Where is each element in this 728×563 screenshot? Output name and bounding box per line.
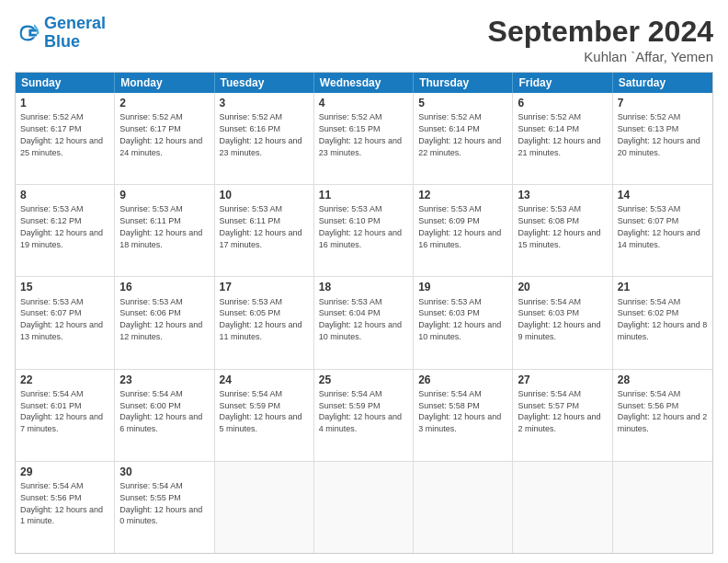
day-cell-9: 9Sunrise: 5:53 AMSunset: 6:11 PMDaylight… xyxy=(115,185,214,276)
day-number: 21 xyxy=(618,280,708,294)
day-info: Sunrise: 5:53 AMSunset: 6:12 PMDaylight:… xyxy=(20,204,103,248)
logo-icon xyxy=(15,20,40,46)
header-wednesday: Wednesday xyxy=(314,73,414,93)
calendar: Sunday Monday Tuesday Wednesday Thursday… xyxy=(15,72,713,554)
day-cell-8: 8Sunrise: 5:53 AMSunset: 6:12 PMDaylight… xyxy=(16,185,115,276)
day-cell-empty xyxy=(314,462,414,553)
day-cell-4: 4Sunrise: 5:52 AMSunset: 6:15 PMDaylight… xyxy=(314,93,414,184)
day-cell-30: 30Sunrise: 5:54 AMSunset: 5:55 PMDayligh… xyxy=(115,462,214,553)
day-number: 9 xyxy=(119,188,209,202)
day-cell-29: 29Sunrise: 5:54 AMSunset: 5:56 PMDayligh… xyxy=(16,462,115,553)
day-number: 29 xyxy=(20,465,109,479)
day-cell-empty xyxy=(414,462,513,553)
day-number: 22 xyxy=(20,373,109,387)
day-cell-28: 28Sunrise: 5:54 AMSunset: 5:56 PMDayligh… xyxy=(613,370,712,461)
day-info: Sunrise: 5:54 AMSunset: 5:56 PMDaylight:… xyxy=(20,481,103,525)
day-number: 3 xyxy=(220,96,309,110)
day-cell-3: 3Sunrise: 5:52 AMSunset: 6:16 PMDaylight… xyxy=(215,93,314,184)
calendar-body: 1Sunrise: 5:52 AMSunset: 6:17 PMDaylight… xyxy=(16,93,712,553)
day-number: 25 xyxy=(319,373,408,387)
day-info: Sunrise: 5:54 AMSunset: 5:58 PMDaylight:… xyxy=(418,389,501,433)
day-cell-5: 5Sunrise: 5:52 AMSunset: 6:14 PMDaylight… xyxy=(414,93,513,184)
day-cell-6: 6Sunrise: 5:52 AMSunset: 6:14 PMDaylight… xyxy=(513,93,612,184)
day-cell-14: 14Sunrise: 5:53 AMSunset: 6:07 PMDayligh… xyxy=(613,185,712,276)
header-sunday: Sunday xyxy=(16,73,115,93)
logo: General Blue xyxy=(15,15,106,52)
day-info: Sunrise: 5:52 AMSunset: 6:17 PMDaylight:… xyxy=(119,112,202,156)
day-cell-empty xyxy=(215,462,314,553)
day-cell-17: 17Sunrise: 5:53 AMSunset: 6:05 PMDayligh… xyxy=(215,277,314,368)
day-number: 2 xyxy=(119,96,209,110)
day-info: Sunrise: 5:52 AMSunset: 6:14 PMDaylight:… xyxy=(518,112,600,156)
week-row-4: 22Sunrise: 5:54 AMSunset: 6:01 PMDayligh… xyxy=(16,370,712,462)
header-monday: Monday xyxy=(115,73,214,93)
day-cell-22: 22Sunrise: 5:54 AMSunset: 6:01 PMDayligh… xyxy=(16,370,115,461)
day-cell-27: 27Sunrise: 5:54 AMSunset: 5:57 PMDayligh… xyxy=(513,370,612,461)
location: Kuhlan `Affar, Yemen xyxy=(488,49,713,64)
day-info: Sunrise: 5:54 AMSunset: 5:56 PMDaylight:… xyxy=(618,389,708,433)
day-cell-empty xyxy=(513,462,612,553)
day-number: 10 xyxy=(220,188,309,202)
day-number: 27 xyxy=(518,373,607,387)
day-info: Sunrise: 5:54 AMSunset: 5:55 PMDaylight:… xyxy=(119,481,202,525)
day-number: 5 xyxy=(418,96,507,110)
day-cell-13: 13Sunrise: 5:53 AMSunset: 6:08 PMDayligh… xyxy=(513,185,612,276)
day-number: 28 xyxy=(618,373,708,387)
page: General Blue September 2024 Kuhlan `Affa… xyxy=(0,0,728,563)
day-info: Sunrise: 5:54 AMSunset: 5:59 PMDaylight:… xyxy=(319,389,402,433)
day-number: 26 xyxy=(418,373,507,387)
day-number: 20 xyxy=(518,280,607,294)
header-saturday: Saturday xyxy=(613,73,712,93)
day-cell-25: 25Sunrise: 5:54 AMSunset: 5:59 PMDayligh… xyxy=(314,370,414,461)
day-cell-26: 26Sunrise: 5:54 AMSunset: 5:58 PMDayligh… xyxy=(414,370,513,461)
header-friday: Friday xyxy=(513,73,612,93)
day-info: Sunrise: 5:53 AMSunset: 6:11 PMDaylight:… xyxy=(220,204,302,248)
week-row-2: 8Sunrise: 5:53 AMSunset: 6:12 PMDaylight… xyxy=(16,185,712,277)
day-cell-empty xyxy=(613,462,712,553)
day-info: Sunrise: 5:53 AMSunset: 6:10 PMDaylight:… xyxy=(319,204,402,248)
day-number: 11 xyxy=(319,188,408,202)
day-number: 19 xyxy=(418,280,507,294)
day-info: Sunrise: 5:54 AMSunset: 6:01 PMDaylight:… xyxy=(20,389,103,433)
day-cell-10: 10Sunrise: 5:53 AMSunset: 6:11 PMDayligh… xyxy=(215,185,314,276)
calendar-header: Sunday Monday Tuesday Wednesday Thursday… xyxy=(16,73,712,93)
day-number: 7 xyxy=(618,96,708,110)
day-number: 8 xyxy=(20,188,109,202)
day-info: Sunrise: 5:53 AMSunset: 6:08 PMDaylight:… xyxy=(518,204,600,248)
day-cell-23: 23Sunrise: 5:54 AMSunset: 6:00 PMDayligh… xyxy=(115,370,214,461)
day-info: Sunrise: 5:53 AMSunset: 6:05 PMDaylight:… xyxy=(220,297,302,341)
day-cell-2: 2Sunrise: 5:52 AMSunset: 6:17 PMDaylight… xyxy=(115,93,214,184)
day-cell-12: 12Sunrise: 5:53 AMSunset: 6:09 PMDayligh… xyxy=(414,185,513,276)
day-info: Sunrise: 5:52 AMSunset: 6:15 PMDaylight:… xyxy=(319,112,402,156)
day-cell-20: 20Sunrise: 5:54 AMSunset: 6:03 PMDayligh… xyxy=(513,277,612,368)
day-info: Sunrise: 5:54 AMSunset: 5:59 PMDaylight:… xyxy=(220,389,302,433)
day-info: Sunrise: 5:54 AMSunset: 5:57 PMDaylight:… xyxy=(518,389,600,433)
day-cell-11: 11Sunrise: 5:53 AMSunset: 6:10 PMDayligh… xyxy=(314,185,414,276)
day-number: 30 xyxy=(119,465,209,479)
day-info: Sunrise: 5:53 AMSunset: 6:11 PMDaylight:… xyxy=(119,204,202,248)
day-info: Sunrise: 5:52 AMSunset: 6:14 PMDaylight:… xyxy=(418,112,501,156)
day-cell-15: 15Sunrise: 5:53 AMSunset: 6:07 PMDayligh… xyxy=(16,277,115,368)
day-number: 12 xyxy=(418,188,507,202)
day-info: Sunrise: 5:54 AMSunset: 6:00 PMDaylight:… xyxy=(119,389,202,433)
day-cell-1: 1Sunrise: 5:52 AMSunset: 6:17 PMDaylight… xyxy=(16,93,115,184)
day-number: 14 xyxy=(618,188,708,202)
day-cell-21: 21Sunrise: 5:54 AMSunset: 6:02 PMDayligh… xyxy=(613,277,712,368)
day-number: 23 xyxy=(119,373,209,387)
day-info: Sunrise: 5:53 AMSunset: 6:07 PMDaylight:… xyxy=(618,204,700,248)
day-cell-18: 18Sunrise: 5:53 AMSunset: 6:04 PMDayligh… xyxy=(314,277,414,368)
logo-blue: Blue xyxy=(44,32,80,51)
day-number: 1 xyxy=(20,96,109,110)
day-cell-19: 19Sunrise: 5:53 AMSunset: 6:03 PMDayligh… xyxy=(414,277,513,368)
week-row-5: 29Sunrise: 5:54 AMSunset: 5:56 PMDayligh… xyxy=(16,462,712,553)
day-number: 4 xyxy=(319,96,408,110)
day-cell-16: 16Sunrise: 5:53 AMSunset: 6:06 PMDayligh… xyxy=(115,277,214,368)
day-number: 17 xyxy=(220,280,309,294)
day-info: Sunrise: 5:52 AMSunset: 6:13 PMDaylight:… xyxy=(618,112,700,156)
day-info: Sunrise: 5:53 AMSunset: 6:03 PMDaylight:… xyxy=(418,297,501,341)
month-title: September 2024 xyxy=(488,15,713,49)
header-thursday: Thursday xyxy=(414,73,513,93)
day-number: 13 xyxy=(518,188,607,202)
header-tuesday: Tuesday xyxy=(215,73,314,93)
logo-general: General xyxy=(44,14,106,32)
